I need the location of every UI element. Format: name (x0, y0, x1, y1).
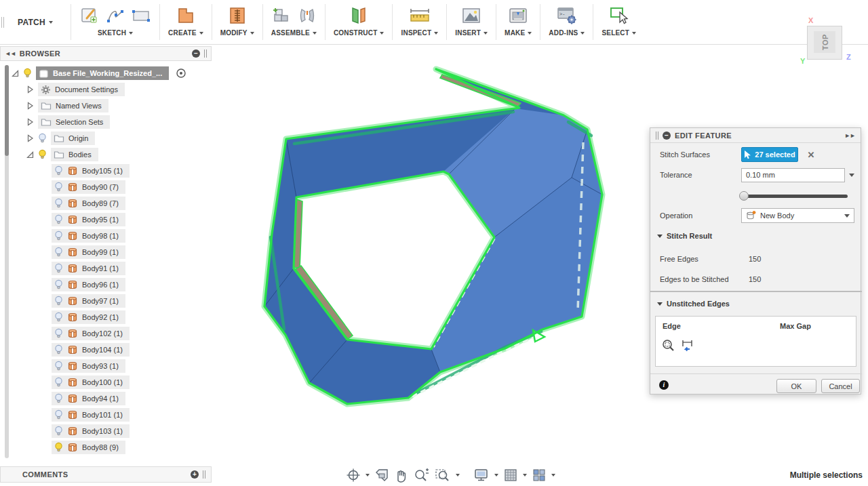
browser-body-row[interactable]: Body99 (1) (52, 244, 125, 260)
tolerance-slider-thumb[interactable] (739, 191, 749, 201)
workspace-selector[interactable]: PATCH (5, 0, 71, 44)
construct-plane-icon[interactable] (347, 5, 370, 26)
comments-panel[interactable]: COMMENTS + (0, 466, 212, 483)
tree-item-chip[interactable]: Body90 (7) (52, 180, 125, 194)
select-tool-icon[interactable] (608, 5, 630, 26)
stitch-surface-model[interactable] (264, 69, 602, 404)
tree-item-chip[interactable]: Body100 (1) (52, 376, 130, 389)
tolerance-dropdown-icon[interactable] (849, 174, 854, 177)
browser-root-item[interactable]: Base File_Working_Resized_... (11, 65, 186, 81)
browser-item-named-views[interactable]: Named Views (26, 98, 108, 114)
tree-item-chip[interactable]: Body104 (1) (52, 343, 130, 357)
tree-item-chip[interactable]: Origin (51, 131, 95, 145)
spline-icon[interactable] (106, 7, 125, 24)
dialog-collapse-icon[interactable]: − (663, 131, 671, 140)
browser-body-row[interactable]: Body105 (1) (52, 163, 130, 179)
toolbar-menu-construct[interactable]: CONSTRUCT (334, 29, 384, 37)
tree-item-chip[interactable]: Body95 (1) (52, 213, 125, 226)
collapse-all-icon[interactable]: − (192, 49, 200, 58)
display-settings-dropdown-icon[interactable] (494, 474, 498, 477)
toolbar-menu-create[interactable]: CREATE (168, 29, 203, 37)
window-zoom-dropdown-icon[interactable] (456, 474, 460, 477)
panel-drag-handle[interactable] (204, 49, 207, 58)
look-at-icon[interactable] (374, 468, 389, 483)
viewports-icon[interactable] (532, 468, 547, 483)
dialog-expand-icon[interactable]: ►► (844, 132, 855, 139)
measure-ruler-icon[interactable] (408, 5, 432, 26)
collapse-panel-icon[interactable]: ◄◄ (5, 50, 16, 57)
browser-body-row[interactable]: Body93 (1) (52, 358, 125, 374)
cancel-button[interactable]: Cancel (821, 379, 860, 393)
tree-item-chip[interactable]: Body93 (1) (52, 359, 125, 373)
browser-body-row[interactable]: Body104 (1) (52, 342, 130, 358)
browser-body-row[interactable]: Body90 (7) (52, 179, 125, 195)
window-zoom-icon[interactable] (435, 468, 451, 483)
toolbar-menu-addins[interactable]: ADD-INS (549, 29, 585, 37)
browser-item-origin[interactable]: Origin (26, 130, 95, 146)
info-icon[interactable]: i (659, 380, 669, 390)
activate-component-icon[interactable] (176, 68, 186, 79)
dialog-header[interactable]: − EDIT FEATURE ►► (650, 128, 861, 143)
zoom-icon[interactable] (414, 468, 430, 483)
tree-item-chip[interactable]: Body103 (1) (52, 424, 130, 438)
browser-item-selection-sets[interactable]: Selection Sets (26, 114, 110, 130)
browser-item-document-settings[interactable]: Document Settings (26, 81, 125, 98)
browser-body-row[interactable]: Body91 (1) (52, 260, 125, 277)
tree-item-chip[interactable]: Body91 (1) (52, 262, 125, 275)
tree-item-chip[interactable]: Document Settings (38, 83, 125, 96)
tree-item-chip[interactable]: Body89 (7) (52, 197, 125, 210)
browser-body-row[interactable]: Body98 (1) (52, 228, 125, 244)
browser-body-row[interactable]: Body103 (1) (52, 423, 130, 439)
browser-item-bodies[interactable]: Bodies (26, 146, 98, 163)
create-patch-icon[interactable] (176, 5, 196, 26)
toolbar-menu-select[interactable]: SELECT (601, 29, 636, 37)
joint-icon[interactable] (298, 5, 317, 26)
browser-body-row[interactable]: Body92 (1) (52, 309, 125, 325)
browser-body-row[interactable]: Body97 (1) (52, 293, 125, 309)
tree-item-chip[interactable]: Body97 (1) (52, 294, 125, 308)
pan-icon[interactable] (394, 468, 409, 483)
tree-item-chip[interactable]: Base File_Working_Resized_... (36, 66, 169, 80)
tree-item-chip[interactable]: Selection Sets (38, 115, 110, 129)
dialog-drag-handle[interactable] (656, 131, 658, 140)
browser-body-row[interactable]: Body89 (7) (52, 195, 125, 211)
insert-image-icon[interactable] (460, 5, 482, 26)
orbit-dropdown-icon[interactable] (366, 474, 370, 477)
browser-body-row[interactable]: Body88 (9) (52, 439, 125, 455)
tree-item-chip[interactable]: Body88 (9) (52, 441, 125, 454)
browser-scrollbar-thumb[interactable] (5, 65, 9, 156)
new-component-icon[interactable] (271, 5, 292, 26)
selection-count-button[interactable]: 27 selected (741, 147, 798, 162)
zoom-to-edge-icon[interactable] (661, 338, 676, 353)
tolerance-slider-track[interactable] (745, 195, 848, 198)
rectangle-tool-icon[interactable] (131, 7, 151, 24)
viewcube[interactable]: TOP X Y Z (806, 24, 844, 61)
browser-body-row[interactable]: Body100 (1) (52, 374, 130, 390)
add-comment-icon[interactable]: + (191, 470, 199, 479)
toolbar-menu-make[interactable]: MAKE (505, 29, 532, 37)
tree-item-chip[interactable]: Body92 (1) (52, 310, 125, 324)
orbit-icon[interactable] (346, 468, 361, 483)
scripts-addins-icon[interactable]: >- (555, 5, 578, 26)
grid-settings-dropdown-icon[interactable] (523, 474, 527, 477)
tree-item-chip[interactable]: Body96 (1) (52, 278, 125, 291)
toolbar-menu-assemble[interactable]: ASSEMBLE (271, 29, 317, 37)
viewports-dropdown-icon[interactable] (551, 474, 555, 477)
operation-dropdown[interactable]: New Body (741, 208, 854, 223)
tree-item-chip[interactable]: Body94 (1) (52, 392, 125, 405)
tree-item-chip[interactable]: Body101 (1) (52, 408, 130, 422)
browser-body-row[interactable]: Body101 (1) (52, 407, 130, 423)
toolbar-drag-handle[interactable] (0, 0, 5, 44)
tolerance-input[interactable]: 0.10 mm (741, 168, 845, 182)
clear-selection-icon[interactable]: ✕ (805, 150, 817, 160)
toolbar-menu-inspect[interactable]: INSPECT (401, 29, 438, 37)
toolbar-menu-insert[interactable]: INSERT (455, 29, 488, 37)
browser-body-row[interactable]: Body95 (1) (52, 211, 125, 228)
tree-item-chip[interactable]: Bodies (51, 148, 98, 161)
unstitched-edges-table[interactable]: Edge Max Gap (655, 316, 856, 367)
stitch-result-section[interactable]: Stitch Result (657, 232, 712, 240)
unstitched-edges-section[interactable]: Unstitched Edges (657, 300, 730, 308)
toolbar-menu-modify[interactable]: MODIFY (220, 29, 254, 37)
browser-body-row[interactable]: Body96 (1) (52, 277, 125, 293)
create-sketch-icon[interactable] (79, 5, 100, 26)
